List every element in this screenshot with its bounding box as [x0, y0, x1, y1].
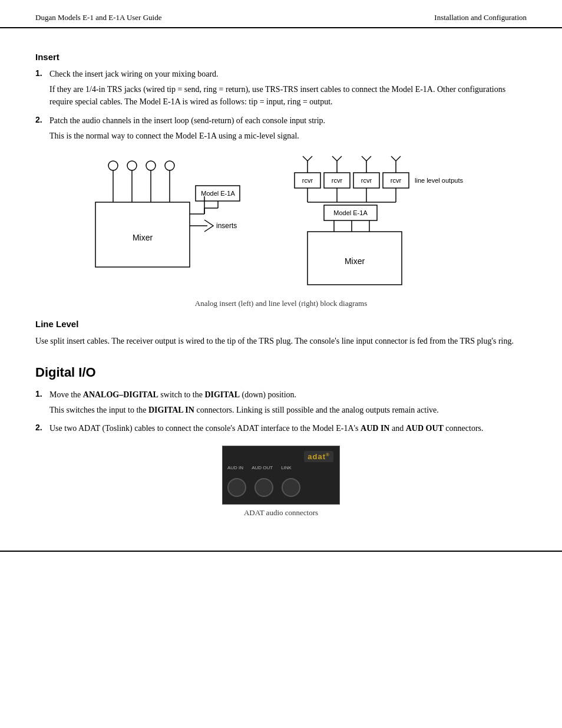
- link-label: LINK: [281, 465, 292, 470]
- step-number: 1.: [35, 68, 49, 78]
- list-item: 2. Patch the audio channels in the inser…: [35, 114, 527, 144]
- svg-line-24: [303, 156, 308, 161]
- adat-registered: ®: [326, 452, 330, 457]
- svg-text:rcvr: rcvr: [391, 177, 402, 184]
- svg-point-2: [127, 161, 137, 170]
- step-number: 2.: [35, 114, 49, 124]
- svg-text:rcvr: rcvr: [361, 177, 372, 184]
- step-bold2: AUD OUT: [406, 424, 444, 433]
- svg-line-27: [332, 156, 337, 161]
- page-footer: [0, 551, 562, 564]
- step-text: Patch the audio channels in the insert l…: [49, 114, 527, 127]
- sub-prefix: This switches the input to the: [49, 406, 148, 414]
- main-content: Insert 1. Check the insert jack wiring o…: [0, 28, 562, 539]
- adat-logo-text: adat: [308, 452, 326, 461]
- svg-line-30: [362, 156, 366, 161]
- svg-text:Model E-1A: Model E-1A: [333, 209, 368, 216]
- page: Dugan Models E-1 and E-1A User Guide Ins…: [0, 0, 562, 728]
- svg-text:rcvr: rcvr: [302, 177, 313, 184]
- step-content: Check the insert jack wiring on your mix…: [49, 68, 527, 111]
- digital-io-list: 1. Move the ANALOG–DIGITAL switch to the…: [35, 388, 527, 437]
- svg-text:Model E-1A: Model E-1A: [201, 190, 235, 197]
- svg-text:Mixer: Mixer: [345, 256, 365, 266]
- svg-text:line level outputs: line level outputs: [415, 177, 463, 184]
- step-number: 1.: [35, 388, 49, 398]
- step-bold2: DIGITAL: [204, 390, 240, 399]
- sub-mid: connectors. Linking is still possible an…: [194, 406, 439, 414]
- insert-title: Insert: [35, 52, 527, 62]
- connector-3: [282, 478, 300, 497]
- right-diagram: rcvr rcvr rcvr rcvr line level outputs: [278, 155, 478, 297]
- list-item: 1. Move the ANALOG–DIGITAL switch to the…: [35, 388, 527, 419]
- step-bold1: AUD IN: [361, 424, 389, 433]
- svg-point-6: [165, 161, 174, 170]
- line-level-diagram-svg: rcvr rcvr rcvr rcvr line level outputs: [278, 155, 472, 297]
- insert-list: 1. Check the insert jack wiring on your …: [35, 68, 527, 144]
- page-header: Dugan Models E-1 and E-1A User Guide Ins…: [0, 0, 562, 28]
- svg-point-4: [146, 161, 156, 170]
- left-diagram: Mixer Model E-1A: [84, 155, 249, 297]
- step-text-mid: switch to the: [158, 390, 205, 399]
- step-number: 2.: [35, 422, 49, 432]
- list-item: 2. Use two ADAT (Toslink) cables to conn…: [35, 422, 527, 437]
- step-text-prefix: Move the: [49, 390, 83, 399]
- svg-text:rcvr: rcvr: [332, 177, 343, 184]
- adat-photo: adat® AUD IN AUD OUT LINK: [222, 446, 340, 505]
- digital-io-title: Digital I/O: [35, 365, 527, 380]
- svg-line-31: [366, 156, 371, 161]
- line-level-text: Use split insert cables. The receiver ou…: [35, 335, 527, 348]
- svg-text:Mixer: Mixer: [133, 233, 153, 242]
- digital-io-section: Digital I/O 1. Move the ANALOG–DIGITAL s…: [35, 365, 527, 518]
- aud-out-label: AUD OUT: [252, 465, 273, 470]
- step-content: Move the ANALOG–DIGITAL switch to the DI…: [49, 388, 527, 419]
- step-text: Move the ANALOG–DIGITAL switch to the DI…: [49, 388, 527, 401]
- step-text: Check the insert jack wiring on your mix…: [49, 68, 527, 81]
- line-level-section: Line Level Use split insert cables. The …: [35, 319, 527, 348]
- step-text-suffix: connectors.: [444, 424, 484, 433]
- step-text-prefix: Use two ADAT (Toslink) cables to connect…: [49, 424, 361, 433]
- step-content: Patch the audio channels in the insert l…: [49, 114, 527, 144]
- diagram-caption: Analog insert (left) and line level (rig…: [35, 299, 527, 308]
- svg-line-25: [308, 156, 312, 161]
- adat-photo-caption: ADAT audio connectors: [244, 508, 318, 518]
- aud-in-label: AUD IN: [227, 465, 243, 470]
- diagram-area: Mixer Model E-1A: [35, 155, 527, 297]
- svg-line-28: [337, 156, 342, 161]
- step-text-mid: and: [389, 424, 405, 433]
- step-subpara: This is the normal way to connect the Mo…: [49, 130, 527, 143]
- connector-1: [227, 478, 246, 497]
- connector-2: [254, 478, 273, 497]
- step-content: Use two ADAT (Toslink) cables to connect…: [49, 422, 527, 437]
- svg-text:inserts: inserts: [216, 222, 237, 230]
- step-text: Use two ADAT (Toslink) cables to connect…: [49, 422, 527, 435]
- list-item: 1. Check the insert jack wiring on your …: [35, 68, 527, 111]
- sub-bold1: DIGITAL IN: [148, 406, 194, 414]
- photo-container: adat® AUD IN AUD OUT LINK ADAT: [35, 446, 527, 518]
- header-left: Dugan Models E-1 and E-1A User Guide: [35, 13, 161, 22]
- step-subpara: If they are 1/4-in TRS jacks (wired tip …: [49, 83, 527, 108]
- svg-point-0: [108, 161, 118, 170]
- svg-line-34: [396, 156, 401, 161]
- line-level-title: Line Level: [35, 319, 527, 329]
- insert-section: Insert 1. Check the insert jack wiring o…: [35, 52, 527, 308]
- header-right: Installation and Configuration: [434, 13, 527, 22]
- svg-line-33: [391, 156, 396, 161]
- step-bold1: ANALOG–DIGITAL: [83, 390, 158, 399]
- step-text-suffix: (down) position.: [240, 390, 296, 399]
- insert-diagram-svg: Mixer Model E-1A: [84, 155, 243, 297]
- step-subpara: This switches the input to the DIGITAL I…: [49, 404, 527, 417]
